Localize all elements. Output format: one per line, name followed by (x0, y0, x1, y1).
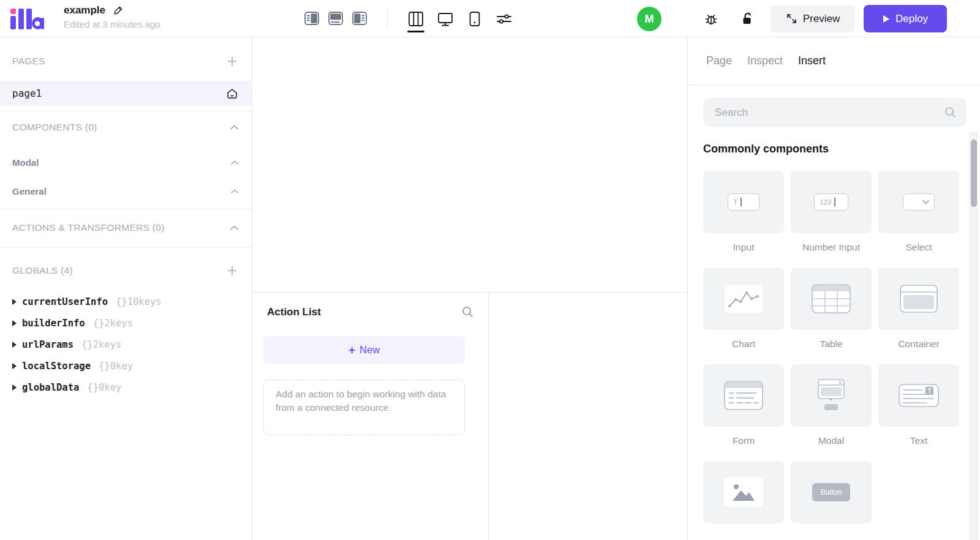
edit-title-button[interactable] (113, 5, 124, 16)
global-meta: {}0key (87, 382, 121, 393)
component-group-modal[interactable]: Modal (0, 156, 252, 168)
component-card-select[interactable]: Select (878, 171, 959, 253)
topbar-divider (387, 8, 388, 29)
component-label: Form (703, 435, 784, 446)
component-search-input[interactable] (703, 107, 944, 119)
component-label: Container (878, 338, 959, 350)
form-widget-icon (703, 364, 784, 427)
canvas-settings-icon[interactable] (495, 10, 513, 28)
global-name: localStorage (22, 361, 91, 372)
component-card-chart[interactable]: Chart (703, 268, 784, 350)
actions-header-label: ACTIONS & TRANSFORMERS (0) (12, 222, 165, 233)
fluid-layout-icon[interactable] (407, 10, 425, 28)
sidebar-divider (0, 209, 252, 209)
tab-insert[interactable]: Insert (798, 54, 826, 67)
image-widget-icon (703, 461, 784, 523)
component-card-text[interactable]: T Text (878, 364, 959, 446)
app-title: example (64, 4, 105, 17)
page-name: page1 (12, 88, 42, 99)
mobile-viewport-icon[interactable] (466, 10, 484, 28)
select-widget-icon (878, 171, 959, 233)
components-section-title: Commonly components (703, 143, 829, 156)
active-viewport-underline (407, 31, 424, 32)
component-card-input[interactable]: T Input (703, 171, 784, 253)
toggle-right-panel-icon[interactable] (352, 12, 367, 25)
chevron-up-icon (230, 125, 238, 130)
edited-status: Edited at 3 minutes ago (64, 19, 160, 29)
global-item[interactable]: builderInfo {}2keys (0, 316, 252, 331)
component-card-table[interactable]: Table (791, 268, 872, 350)
tab-page[interactable]: Page (706, 54, 732, 67)
search-icon (944, 106, 957, 119)
components-header-label: COMPONENTS (0) (12, 122, 97, 133)
chevron-up-icon (231, 189, 238, 193)
illa-logo[interactable]: illa (10, 7, 44, 31)
scrollbar-thumb[interactable] (971, 140, 977, 207)
editor-canvas[interactable] (253, 37, 687, 293)
global-meta: {}0key (99, 361, 133, 372)
avatar[interactable]: M (637, 7, 662, 31)
page-item-page1[interactable]: page1 (0, 81, 252, 106)
right-panel-tabs: Page Inspect Insert (688, 37, 980, 85)
globals-section-header: GLOBALS (4) (0, 263, 252, 278)
global-meta: {}10keys (116, 296, 162, 307)
component-card-button[interactable]: Button (791, 461, 872, 523)
component-card-container[interactable]: Container (878, 268, 959, 350)
caret-right-icon (12, 384, 17, 391)
action-search-button[interactable] (461, 306, 474, 318)
component-card-number-input[interactable]: 123 Number Input (791, 171, 872, 253)
global-name: urlParams (22, 339, 74, 350)
toggle-left-panel-icon[interactable] (304, 12, 319, 25)
right-panel: Page Inspect Insert Commonly components … (687, 37, 980, 540)
panel-toggles (304, 12, 367, 25)
component-card-image[interactable] (703, 461, 784, 523)
text-widget-icon: T (878, 364, 959, 427)
components-section-header[interactable]: COMPONENTS (0) (0, 120, 252, 135)
group-label: General (12, 186, 47, 197)
component-group-general[interactable]: General (0, 185, 252, 197)
component-label: Input (703, 241, 784, 253)
illa-logo-icon (10, 7, 44, 31)
action-list-title: Action List (267, 306, 321, 318)
plus-icon: + (349, 343, 355, 357)
add-global-button[interactable] (226, 264, 238, 277)
topbar: illa example Edited at 3 minutes ago (0, 0, 980, 37)
caret-right-icon (12, 342, 17, 348)
home-page-icon (226, 88, 238, 100)
tab-inspect[interactable]: Inspect (747, 54, 783, 67)
action-list-panel: Action List + New Add an action to begin… (253, 293, 488, 540)
debug-button[interactable] (703, 11, 719, 27)
toggle-bottom-panel-icon[interactable] (328, 12, 343, 25)
deploy-label: Deploy (895, 13, 928, 25)
group-label: Modal (12, 157, 39, 168)
component-card-form[interactable]: Form (703, 364, 784, 446)
scrollbar-track[interactable] (969, 132, 978, 540)
action-empty-hint: Add an action to begin working with data… (263, 380, 465, 435)
global-item[interactable]: currentUserInfo {}10keys (0, 294, 252, 309)
avatar-initial: M (645, 13, 654, 26)
desktop-viewport-icon[interactable] (436, 10, 454, 28)
caret-right-icon (12, 299, 17, 305)
plus-icon (226, 264, 238, 277)
table-widget-icon (791, 268, 872, 330)
pages-section-header: PAGES (0, 54, 252, 69)
app-title-block: example Edited at 3 minutes ago (64, 4, 160, 29)
glyph-text: T (733, 198, 737, 206)
lock-button[interactable] (739, 11, 755, 27)
component-card-modal[interactable]: Modal (791, 364, 872, 446)
component-label: Table (791, 338, 872, 350)
deploy-button[interactable]: Deploy (864, 5, 947, 32)
component-label: Modal (791, 435, 872, 446)
global-item[interactable]: globalData {}0key (0, 380, 252, 395)
add-page-button[interactable] (226, 55, 238, 67)
global-meta: {}2keys (93, 318, 133, 329)
caret-right-icon (12, 320, 17, 326)
global-item[interactable]: localStorage {}0key (0, 359, 252, 373)
chart-widget-icon (703, 268, 784, 330)
preview-button[interactable]: Preview (771, 5, 855, 32)
new-action-button[interactable]: + New (263, 336, 465, 364)
number-input-widget-icon: 123 (791, 171, 872, 233)
actions-section-header[interactable]: ACTIONS & TRANSFORMERS (0) (0, 220, 252, 235)
global-name: globalData (22, 382, 79, 393)
global-item[interactable]: urlParams {}2keys (0, 337, 252, 352)
